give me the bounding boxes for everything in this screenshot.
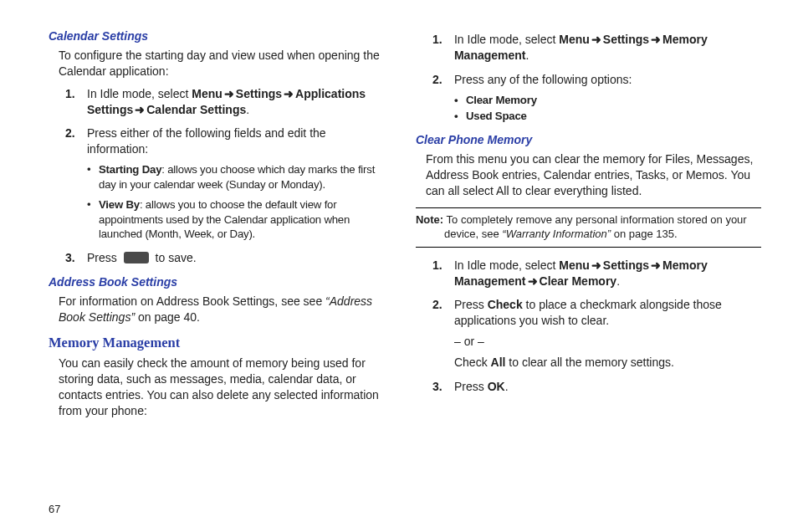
softkey-icon [124, 252, 149, 263]
text: to save. [156, 251, 197, 264]
calendar-bullets: Starting Day: allows you choose which da… [87, 162, 387, 242]
clear-step-3: Press OK. [416, 379, 761, 395]
calendar-intro: To configure the starting day and view u… [59, 48, 387, 79]
settings-label: Settings [603, 258, 649, 272]
calendar-step-3: Press to save. [49, 250, 387, 266]
calendar-steps: In Idle mode, select Menu➜Settings➜Appli… [49, 86, 387, 267]
clear-steps: In Idle mode, select Menu➜Settings➜Memor… [416, 258, 761, 395]
note-label: Note: [416, 213, 443, 226]
left-column: Calendar Settings To configure the start… [49, 28, 387, 493]
text: to clear all the memory settings. [505, 356, 674, 369]
bullet-starting-day: Starting Day: allows you choose which da… [87, 162, 387, 192]
heading-calendar-settings: Calendar Settings [49, 28, 387, 44]
step2-text: Press either of the following fields and… [87, 125, 387, 157]
calendar-step-1: In Idle mode, select Menu➜Settings➜Appli… [49, 86, 387, 118]
check-label: Check [488, 298, 523, 311]
heading-memory-management: Memory Management [49, 334, 387, 352]
bullet-label: View By [99, 198, 140, 211]
address-text: For information on Address Book Settings… [59, 294, 387, 325]
text: Check [454, 356, 491, 369]
clear-step-1: In Idle mode, select Menu➜Settings➜Memor… [416, 258, 761, 289]
clear-step-2: Press Check to place a checkmark alongsi… [416, 297, 761, 371]
menu-label: Menu [559, 258, 590, 272]
or-line: – or – [454, 334, 761, 350]
arrow-icon: ➜ [223, 87, 236, 100]
all-label: All [491, 356, 506, 369]
text: Press [87, 251, 117, 264]
dot: . [526, 49, 529, 62]
text: Press [454, 298, 488, 311]
arrow-icon: ➜ [282, 87, 295, 100]
ok-label: OK [488, 380, 505, 393]
clear-label: Clear Memory [540, 274, 617, 288]
settings-label: Settings [236, 87, 282, 100]
text: In Idle mode, select [87, 87, 192, 100]
arrow-icon: ➜ [133, 103, 146, 116]
menu-label: Menu [192, 87, 223, 100]
note-ref: “Warranty Information” [502, 228, 611, 240]
manual-page: Calendar Settings To configure the start… [0, 0, 798, 532]
arrow-icon: ➜ [649, 258, 662, 272]
calendar-step-2: Press either of the following fields and… [49, 125, 387, 242]
text: on page 40. [135, 310, 200, 324]
heading-clear-phone-memory: Clear Phone Memory [416, 132, 761, 148]
heading-address-book: Address Book Settings [49, 274, 387, 290]
note-after: on page 135. [611, 228, 678, 240]
arrow-icon: ➜ [590, 258, 603, 272]
page-number: 67 [49, 493, 761, 515]
two-column-layout: Calendar Settings To configure the start… [49, 28, 761, 493]
text: Press [454, 380, 488, 393]
note-box: Note: To completely remove any personal … [416, 207, 761, 248]
text: In Idle mode, select [454, 258, 559, 272]
text: In Idle mode, select [454, 33, 559, 46]
dot: . [505, 380, 509, 393]
menu-label: Menu [559, 33, 590, 46]
memory-bullets: Clear Memory Used Space [454, 93, 761, 125]
memory-steps-top: In Idle mode, select Menu➜Settings➜Memor… [416, 32, 761, 124]
step2-text: Press any of the following options: [454, 72, 761, 88]
right-column: In Idle mode, select Menu➜Settings➜Memor… [416, 28, 761, 493]
memory-step-1: In Idle mode, select Menu➜Settings➜Memor… [416, 32, 761, 64]
dot: . [616, 274, 620, 288]
bullet-clear-memory: Clear Memory [454, 93, 761, 108]
bullet-label: Starting Day [99, 163, 161, 176]
memory-step-2: Press any of the following options: Clea… [416, 72, 761, 125]
arrow-icon: ➜ [526, 274, 540, 288]
settings-label: Settings [603, 33, 649, 46]
text: For information on Address Book Settings… [59, 294, 325, 308]
clear-intro: From this menu you can clear the memory … [426, 151, 761, 199]
bullet-used-space: Used Space [454, 109, 761, 124]
arrow-icon: ➜ [590, 33, 603, 46]
memory-text: You can easily check the amount of memor… [59, 356, 387, 419]
dot: . [246, 103, 249, 116]
cal-label: Calendar Settings [146, 103, 246, 116]
bullet-view-by: View By: allows you to choose the defaul… [87, 197, 387, 242]
arrow-icon: ➜ [649, 33, 662, 46]
